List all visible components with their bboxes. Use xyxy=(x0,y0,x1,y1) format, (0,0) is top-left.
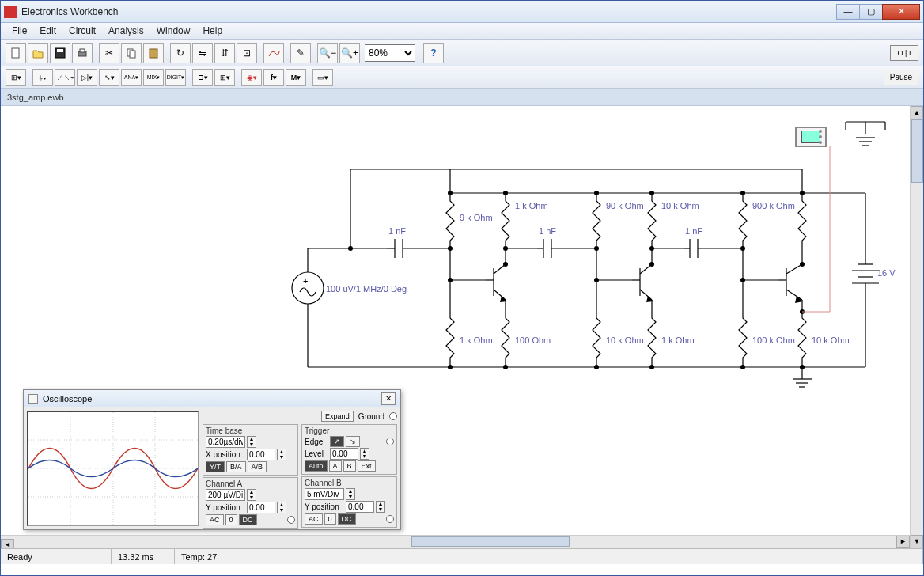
ac-a-button[interactable]: AC xyxy=(206,514,224,525)
favorites-button[interactable]: ⊞▾ xyxy=(6,69,26,86)
ch-b-scale-spinner[interactable]: ▲▼ xyxy=(346,488,355,500)
logic-gates-button[interactable]: ⊐▾ xyxy=(192,69,213,86)
ch-a-scale-spinner[interactable]: ▲▼ xyxy=(247,489,256,501)
close-button[interactable]: ✕ xyxy=(882,4,920,20)
minimize-button[interactable]: — xyxy=(836,4,860,20)
ypos-b-spinner[interactable]: ▲▼ xyxy=(376,501,385,513)
save-button[interactable] xyxy=(50,43,70,63)
svg-point-45 xyxy=(503,262,508,267)
rotate-button[interactable]: ↻ xyxy=(170,43,191,63)
ch-a-scale-input[interactable] xyxy=(206,489,245,501)
trig-a-button[interactable]: A xyxy=(329,460,342,472)
expand-button[interactable]: Expand xyxy=(321,411,354,422)
dc-a-button[interactable]: DC xyxy=(239,514,257,525)
menu-help[interactable]: Help xyxy=(196,24,229,38)
vertical-scrollbar[interactable]: ▲ ▼ xyxy=(910,106,923,548)
diodes-button[interactable]: ▷|▾ xyxy=(77,69,97,86)
cut-button[interactable]: ✂ xyxy=(99,43,119,63)
menu-analysis[interactable]: Analysis xyxy=(102,24,150,38)
graph-button[interactable] xyxy=(263,43,284,63)
timebase-spinner[interactable]: ▲▼ xyxy=(247,436,256,448)
trigger-terminal[interactable] xyxy=(386,438,394,445)
copy-button[interactable] xyxy=(121,43,142,63)
digital-button[interactable]: ⊞▾ xyxy=(214,69,235,86)
edge-label: Edge xyxy=(305,438,328,446)
analog-ic-button[interactable]: ANA▾ xyxy=(121,69,142,86)
level-input[interactable] xyxy=(330,448,358,460)
menu-edit[interactable]: Edit xyxy=(33,24,62,38)
ground-terminal[interactable] xyxy=(389,412,397,420)
flip-v-button[interactable]: ⇵ xyxy=(214,43,235,63)
menu-file[interactable]: File xyxy=(6,24,33,38)
oscilloscope-close-button[interactable]: ✕ xyxy=(381,392,396,405)
xpos-spinner[interactable]: ▲▼ xyxy=(277,449,286,460)
ch-a-terminal[interactable] xyxy=(287,516,295,524)
svg-point-94 xyxy=(649,365,654,369)
mixed-ic-button[interactable]: MIX▾ xyxy=(143,69,164,86)
scroll-left-button[interactable]: ◄ xyxy=(1,539,14,548)
zero-b-button[interactable]: 0 xyxy=(324,513,336,525)
app-icon xyxy=(4,6,17,18)
oscilloscope-instrument[interactable] xyxy=(795,127,827,147)
ch-b-label: Channel B xyxy=(305,479,394,487)
ypos-b-input[interactable] xyxy=(346,501,374,513)
zoom-in-button[interactable]: 🔍+ xyxy=(339,43,360,63)
pause-button[interactable]: Pause xyxy=(884,70,918,85)
scroll-down-button[interactable]: ▼ xyxy=(911,535,923,548)
yt-button[interactable]: Y/T xyxy=(206,461,225,472)
sources-button[interactable]: ⏚▾ xyxy=(32,69,53,86)
ypos-a-input[interactable] xyxy=(247,502,275,513)
transistors-button[interactable]: ⤡▾ xyxy=(99,69,119,86)
maximize-button[interactable]: ▢ xyxy=(859,4,883,20)
print-button[interactable] xyxy=(72,43,93,63)
ch-b-terminal[interactable] xyxy=(386,515,394,523)
oscilloscope-title-bar[interactable]: Oscilloscope ✕ xyxy=(24,390,400,407)
oscilloscope-screen[interactable] xyxy=(27,411,199,526)
indicators-button[interactable]: ◉▾ xyxy=(241,69,262,86)
label-r11: 10 k Ohm xyxy=(812,335,850,345)
zoom-out-button[interactable]: 🔍− xyxy=(317,43,338,63)
controls-button[interactable]: f▾ xyxy=(263,69,284,86)
ab-button[interactable]: A/B xyxy=(248,461,267,472)
ch-b-scale-input[interactable] xyxy=(305,488,344,500)
zoom-combo[interactable]: 80% xyxy=(365,44,415,62)
canvas-area: 9 k Ohm 1 k Ohm 90 k Ohm 10 k Ohm 900 k … xyxy=(1,106,923,548)
hscroll-thumb[interactable] xyxy=(411,536,570,547)
scroll-up-button[interactable]: ▲ xyxy=(911,106,923,119)
menu-window[interactable]: Window xyxy=(150,24,197,38)
subcircuit-button[interactable]: ⊡ xyxy=(237,43,257,63)
svg-rect-0 xyxy=(12,48,19,58)
title-bar: Electronics Workbench — ▢ ✕ xyxy=(1,1,923,23)
new-button[interactable] xyxy=(6,43,26,63)
ac-b-button[interactable]: AC xyxy=(305,513,323,525)
dc-b-button[interactable]: DC xyxy=(338,513,356,525)
auto-button[interactable]: Auto xyxy=(305,460,328,472)
flip-h-button[interactable]: ⇋ xyxy=(192,43,213,63)
ypos-a-spinner[interactable]: ▲▼ xyxy=(277,502,286,513)
edge-rise-button[interactable]: ↗ xyxy=(330,436,344,447)
paste-button[interactable] xyxy=(143,43,164,63)
ba-button[interactable]: B/A xyxy=(226,461,246,472)
label-r9: 1 k Ohm xyxy=(661,335,695,345)
ext-button[interactable]: Ext xyxy=(358,460,376,472)
svg-line-74 xyxy=(786,264,802,274)
scroll-right-button[interactable]: ► xyxy=(896,536,910,548)
edge-fall-button[interactable]: ↘ xyxy=(346,436,360,447)
trig-b-button[interactable]: B xyxy=(343,460,356,472)
xpos-input[interactable] xyxy=(247,449,275,460)
horizontal-scrollbar[interactable]: ◄ ► xyxy=(1,535,910,548)
timebase-input[interactable] xyxy=(206,436,245,448)
basic-button[interactable]: ⟋⟍▾ xyxy=(55,69,75,86)
misc-button[interactable]: M▾ xyxy=(286,69,306,86)
digital-ic-button[interactable]: DIGIT▾ xyxy=(165,69,186,86)
zero-a-button[interactable]: 0 xyxy=(225,514,237,525)
vscroll-thumb[interactable] xyxy=(911,119,923,183)
power-switch[interactable]: O | I xyxy=(890,45,918,61)
level-spinner[interactable]: ▲▼ xyxy=(360,448,369,460)
ypos-b-label: Y position xyxy=(305,502,344,511)
open-button[interactable] xyxy=(28,43,48,63)
menu-circuit[interactable]: Circuit xyxy=(62,24,102,38)
component-props-button[interactable]: ✎ xyxy=(290,43,311,63)
instruments-button[interactable]: ▭▾ xyxy=(312,69,333,86)
help-button[interactable]: ? xyxy=(423,43,444,63)
